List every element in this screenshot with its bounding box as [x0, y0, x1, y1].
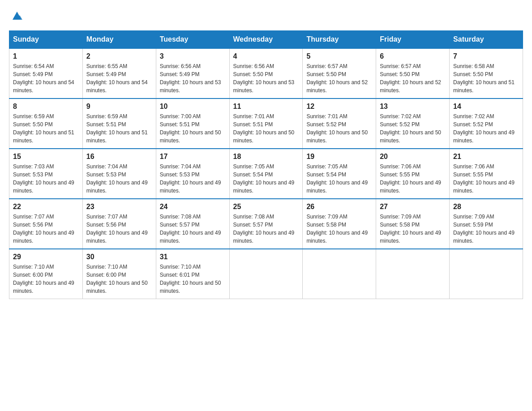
calendar-cell: 26 Sunrise: 7:09 AM Sunset: 5:58 PM Dayl… — [303, 199, 376, 249]
day-header-tuesday: Tuesday — [156, 31, 229, 49]
calendar-cell: 22 Sunrise: 7:07 AM Sunset: 5:56 PM Dayl… — [9, 199, 83, 249]
calendar-cell: 12 Sunrise: 7:01 AM Sunset: 5:52 PM Dayl… — [303, 98, 376, 149]
calendar-cell: 27 Sunrise: 7:09 AM Sunset: 5:58 PM Dayl… — [376, 199, 450, 249]
day-number: 14 — [453, 103, 519, 111]
calendar-cell: 4 Sunrise: 6:56 AM Sunset: 5:50 PM Dayli… — [229, 48, 303, 98]
day-info: Sunrise: 6:56 AM Sunset: 5:49 PM Dayligh… — [160, 62, 226, 94]
calendar-cell: 31 Sunrise: 7:10 AM Sunset: 6:01 PM Dayl… — [156, 249, 229, 299]
day-info: Sunrise: 7:10 AM Sunset: 6:01 PM Dayligh… — [160, 263, 226, 295]
day-header-monday: Monday — [82, 31, 156, 49]
day-number: 31 — [160, 253, 226, 261]
day-number: 16 — [86, 153, 152, 161]
day-number: 29 — [13, 253, 79, 261]
day-info: Sunrise: 7:07 AM Sunset: 5:56 PM Dayligh… — [86, 213, 152, 245]
day-info: Sunrise: 6:56 AM Sunset: 5:50 PM Dayligh… — [233, 62, 299, 94]
day-number: 23 — [86, 203, 152, 211]
day-info: Sunrise: 6:59 AM Sunset: 5:51 PM Dayligh… — [86, 112, 152, 145]
day-number: 28 — [453, 203, 519, 211]
day-info: Sunrise: 7:10 AM Sunset: 6:00 PM Dayligh… — [86, 263, 152, 295]
calendar-cell: 20 Sunrise: 7:06 AM Sunset: 5:55 PM Dayl… — [376, 149, 450, 199]
day-number: 19 — [306, 153, 372, 161]
day-number: 13 — [380, 103, 446, 111]
calendar-cell: 21 Sunrise: 7:06 AM Sunset: 5:55 PM Dayl… — [450, 149, 523, 199]
day-info: Sunrise: 7:01 AM Sunset: 5:52 PM Dayligh… — [306, 112, 372, 145]
day-info: Sunrise: 7:00 AM Sunset: 5:51 PM Dayligh… — [160, 112, 226, 145]
calendar-cell: 25 Sunrise: 7:08 AM Sunset: 5:57 PM Dayl… — [229, 199, 303, 249]
calendar-cell: 24 Sunrise: 7:08 AM Sunset: 5:57 PM Dayl… — [156, 199, 229, 249]
day-number: 6 — [380, 52, 446, 60]
day-number: 4 — [233, 52, 299, 60]
day-number: 22 — [13, 203, 79, 211]
logo — [9, 9, 23, 21]
calendar-cell: 30 Sunrise: 7:10 AM Sunset: 6:00 PM Dayl… — [82, 249, 156, 299]
day-number: 5 — [306, 52, 372, 60]
day-info: Sunrise: 7:01 AM Sunset: 5:51 PM Dayligh… — [233, 112, 299, 145]
day-number: 25 — [233, 203, 299, 211]
day-info: Sunrise: 7:09 AM Sunset: 5:58 PM Dayligh… — [380, 213, 446, 245]
day-number: 8 — [13, 103, 79, 111]
calendar-cell: 13 Sunrise: 7:02 AM Sunset: 5:52 PM Dayl… — [376, 98, 450, 149]
day-info: Sunrise: 6:57 AM Sunset: 5:50 PM Dayligh… — [380, 62, 446, 94]
week-row-5: 29 Sunrise: 7:10 AM Sunset: 6:00 PM Dayl… — [9, 249, 523, 299]
day-info: Sunrise: 7:03 AM Sunset: 5:53 PM Dayligh… — [13, 163, 79, 195]
calendar-header-row: SundayMondayTuesdayWednesdayThursdayFrid… — [9, 31, 523, 49]
day-number: 21 — [453, 153, 519, 161]
day-info: Sunrise: 7:05 AM Sunset: 5:54 PM Dayligh… — [233, 163, 299, 195]
day-info: Sunrise: 6:55 AM Sunset: 5:49 PM Dayligh… — [86, 62, 152, 94]
day-number: 10 — [160, 103, 226, 111]
day-info: Sunrise: 7:05 AM Sunset: 5:54 PM Dayligh… — [306, 163, 372, 195]
day-info: Sunrise: 6:57 AM Sunset: 5:50 PM Dayligh… — [306, 62, 372, 94]
day-number: 26 — [306, 203, 372, 211]
calendar-cell: 1 Sunrise: 6:54 AM Sunset: 5:49 PM Dayli… — [9, 48, 83, 98]
calendar-cell — [450, 249, 523, 299]
day-number: 24 — [160, 203, 226, 211]
day-number: 18 — [233, 153, 299, 161]
calendar-cell: 19 Sunrise: 7:05 AM Sunset: 5:54 PM Dayl… — [303, 149, 376, 199]
day-info: Sunrise: 6:54 AM Sunset: 5:49 PM Dayligh… — [13, 62, 79, 94]
day-info: Sunrise: 7:07 AM Sunset: 5:56 PM Dayligh… — [13, 213, 79, 245]
week-row-1: 1 Sunrise: 6:54 AM Sunset: 5:49 PM Dayli… — [9, 48, 523, 98]
calendar-cell: 8 Sunrise: 6:59 AM Sunset: 5:50 PM Dayli… — [9, 98, 83, 149]
page-header — [9, 9, 523, 21]
calendar-cell: 14 Sunrise: 7:02 AM Sunset: 5:52 PM Dayl… — [450, 98, 523, 149]
day-number: 12 — [306, 103, 372, 111]
calendar-table: SundayMondayTuesdayWednesdayThursdayFrid… — [9, 30, 523, 299]
calendar-cell: 3 Sunrise: 6:56 AM Sunset: 5:49 PM Dayli… — [156, 48, 229, 98]
calendar-cell: 23 Sunrise: 7:07 AM Sunset: 5:56 PM Dayl… — [82, 199, 156, 249]
logo-icon — [11, 9, 23, 21]
day-info: Sunrise: 7:02 AM Sunset: 5:52 PM Dayligh… — [380, 112, 446, 145]
day-info: Sunrise: 7:06 AM Sunset: 5:55 PM Dayligh… — [453, 163, 519, 195]
calendar-cell: 2 Sunrise: 6:55 AM Sunset: 5:49 PM Dayli… — [82, 48, 156, 98]
day-info: Sunrise: 7:02 AM Sunset: 5:52 PM Dayligh… — [453, 112, 519, 145]
calendar-cell: 7 Sunrise: 6:58 AM Sunset: 5:50 PM Dayli… — [450, 48, 523, 98]
day-number: 27 — [380, 203, 446, 211]
day-info: Sunrise: 6:59 AM Sunset: 5:50 PM Dayligh… — [13, 112, 79, 145]
day-info: Sunrise: 7:06 AM Sunset: 5:55 PM Dayligh… — [380, 163, 446, 195]
calendar-cell — [229, 249, 303, 299]
day-info: Sunrise: 7:08 AM Sunset: 5:57 PM Dayligh… — [233, 213, 299, 245]
calendar-cell: 9 Sunrise: 6:59 AM Sunset: 5:51 PM Dayli… — [82, 98, 156, 149]
week-row-4: 22 Sunrise: 7:07 AM Sunset: 5:56 PM Dayl… — [9, 199, 523, 249]
day-info: Sunrise: 7:10 AM Sunset: 6:00 PM Dayligh… — [13, 263, 79, 295]
day-info: Sunrise: 7:08 AM Sunset: 5:57 PM Dayligh… — [160, 213, 226, 245]
day-number: 30 — [86, 253, 152, 261]
day-number: 7 — [453, 52, 519, 60]
calendar-cell: 6 Sunrise: 6:57 AM Sunset: 5:50 PM Dayli… — [376, 48, 450, 98]
day-number: 9 — [86, 103, 152, 111]
calendar-cell: 5 Sunrise: 6:57 AM Sunset: 5:50 PM Dayli… — [303, 48, 376, 98]
day-number: 20 — [380, 153, 446, 161]
day-info: Sunrise: 6:58 AM Sunset: 5:50 PM Dayligh… — [453, 62, 519, 94]
week-row-3: 15 Sunrise: 7:03 AM Sunset: 5:53 PM Dayl… — [9, 149, 523, 199]
day-info: Sunrise: 7:09 AM Sunset: 5:58 PM Dayligh… — [306, 213, 372, 245]
calendar-cell: 29 Sunrise: 7:10 AM Sunset: 6:00 PM Dayl… — [9, 249, 83, 299]
day-info: Sunrise: 7:09 AM Sunset: 5:59 PM Dayligh… — [453, 213, 519, 245]
calendar-cell — [303, 249, 376, 299]
day-info: Sunrise: 7:04 AM Sunset: 5:53 PM Dayligh… — [86, 163, 152, 195]
calendar-cell: 28 Sunrise: 7:09 AM Sunset: 5:59 PM Dayl… — [450, 199, 523, 249]
calendar-cell: 11 Sunrise: 7:01 AM Sunset: 5:51 PM Dayl… — [229, 98, 303, 149]
day-number: 17 — [160, 153, 226, 161]
day-number: 15 — [13, 153, 79, 161]
calendar-cell: 17 Sunrise: 7:04 AM Sunset: 5:53 PM Dayl… — [156, 149, 229, 199]
day-header-saturday: Saturday — [450, 31, 523, 49]
week-row-2: 8 Sunrise: 6:59 AM Sunset: 5:50 PM Dayli… — [9, 98, 523, 149]
